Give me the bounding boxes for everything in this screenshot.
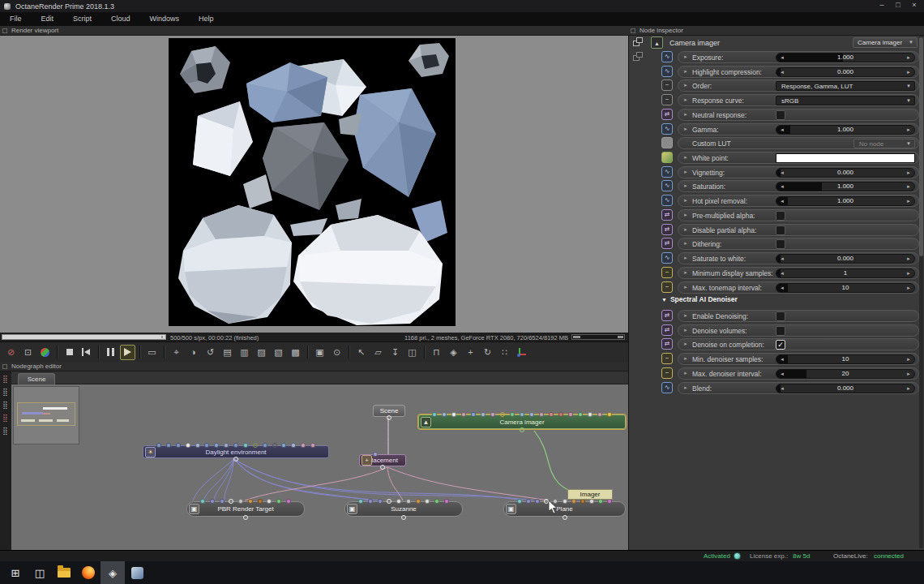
taskbar-firefox[interactable]	[76, 561, 101, 584]
taskbar-octane-app[interactable]	[125, 561, 149, 584]
input-pin[interactable]	[373, 452, 378, 457]
expander-icon[interactable]: ►	[683, 198, 688, 203]
node-suzanne[interactable]: ▣Suzanne	[344, 501, 463, 517]
input-pin[interactable]	[220, 499, 225, 504]
input-pin[interactable]	[517, 499, 522, 504]
toolbar-pause-render-button[interactable]	[103, 345, 118, 360]
expander-icon[interactable]: ►	[683, 227, 688, 232]
slider-increment-icon[interactable]: ►	[906, 68, 911, 76]
toolbar-resolution-button[interactable]: ⊡	[20, 345, 36, 360]
input-pin[interactable]	[432, 412, 437, 417]
input-pin[interactable]	[200, 499, 205, 504]
param-dropdown[interactable]: sRGB▼	[776, 96, 915, 105]
toolbar-copy-image-button[interactable]: ▱	[370, 345, 386, 360]
node-daylight-environment[interactable]: ☀Daylight environment	[143, 445, 329, 458]
input-pin[interactable]	[425, 499, 430, 504]
expander-icon[interactable]: ►	[683, 341, 688, 346]
expander-icon[interactable]: ►	[683, 385, 688, 390]
param-slider[interactable]: ◄1.000►	[776, 196, 915, 206]
expander-icon[interactable]: ►	[683, 328, 688, 333]
input-pin[interactable]	[368, 499, 373, 504]
expander-icon[interactable]: ►	[683, 69, 688, 74]
toolbar-camera-gizmo-button[interactable]: ◈	[446, 345, 461, 360]
input-pin[interactable]	[490, 412, 495, 417]
input-pin[interactable]	[510, 412, 515, 417]
param-slider[interactable]: ◄0.000►	[776, 67, 915, 77]
param-checkbox[interactable]	[776, 326, 785, 336]
expander-icon[interactable]: ►	[683, 256, 688, 260]
input-pin[interactable]	[195, 443, 200, 448]
input-pin[interactable]	[272, 443, 277, 448]
toolbar-export-image-button[interactable]: ◫	[404, 345, 420, 360]
param-checkbox[interactable]: ✓	[776, 340, 785, 350]
input-pin[interactable]	[186, 443, 190, 448]
input-pin[interactable]	[451, 412, 456, 417]
param-checkbox[interactable]	[776, 110, 785, 120]
input-pin[interactable]	[444, 499, 449, 504]
close-button[interactable]: ×	[906, 0, 922, 12]
nodegraph-canvas[interactable]	[11, 384, 628, 550]
expander-icon[interactable]: ►	[683, 213, 688, 217]
param-checkbox[interactable]	[776, 239, 785, 249]
expander-icon[interactable]: ►	[683, 54, 688, 59]
input-pin[interactable]	[535, 499, 540, 504]
input-pin[interactable]	[461, 412, 466, 417]
taskbar-file-explorer[interactable]	[52, 561, 76, 584]
input-pin[interactable]	[387, 499, 391, 504]
menu-script[interactable]: Script	[63, 12, 101, 26]
param-slider[interactable]: ◄1.000►	[776, 182, 915, 191]
param-slider[interactable]: ◄0.000►	[776, 384, 915, 393]
input-pin[interactable]	[378, 499, 383, 504]
output-pin[interactable]	[243, 515, 248, 520]
toolbar-region-render-button[interactable]: ▣	[312, 345, 327, 360]
slider-increment-icon[interactable]: ►	[906, 126, 911, 134]
toolbar-axis-gizmo-button[interactable]	[514, 345, 529, 360]
input-pin[interactable]	[526, 499, 531, 504]
node-palette-button-2[interactable]: ⣿	[0, 386, 11, 397]
expander-icon[interactable]: ►	[683, 183, 688, 188]
toolbar-render-passes-button[interactable]: ▤	[220, 345, 235, 360]
param-slider[interactable]: ◄10►	[776, 354, 915, 364]
taskbar-task-view[interactable]: ◫	[28, 561, 52, 584]
white-point-swatch[interactable]	[776, 153, 915, 163]
input-pin[interactable]	[471, 412, 476, 417]
expander-icon[interactable]: ►	[683, 371, 688, 376]
slider-increment-icon[interactable]: ►	[906, 370, 911, 378]
input-pin[interactable]	[204, 443, 209, 448]
slider-increment-icon[interactable]: ►	[906, 355, 911, 363]
input-pin[interactable]	[248, 499, 253, 504]
input-pin[interactable]	[276, 499, 281, 504]
input-pin[interactable]	[563, 499, 567, 504]
toolbar-post-processing-button[interactable]: ▩	[288, 345, 303, 360]
toolbar-kernel-settings-button[interactable]: ▧	[271, 345, 286, 360]
toolbar-film-settings-button[interactable]: ▨	[254, 345, 269, 360]
input-pin[interactable]	[166, 443, 171, 448]
expander-icon[interactable]: ►	[683, 313, 688, 318]
expander-icon[interactable]: ►	[683, 270, 688, 275]
taskbar-unity[interactable]: ◈	[101, 561, 125, 584]
toolbar-lock-camera-button[interactable]: ⊓	[429, 345, 444, 360]
expander-icon[interactable]: ►	[683, 241, 688, 246]
slider-increment-icon[interactable]: ►	[906, 255, 911, 263]
menu-cloud[interactable]: Cloud	[101, 12, 140, 26]
inspector-scrollbar-thumb[interactable]	[919, 37, 923, 256]
input-pin[interactable]	[243, 443, 248, 448]
menu-edit[interactable]: Edit	[32, 12, 64, 26]
slider-increment-icon[interactable]: ►	[906, 54, 911, 62]
toolbar-restart-render-button[interactable]	[79, 345, 94, 360]
param-slider[interactable]: ◄0.000►	[776, 168, 915, 178]
toolbar-zoom-region-button[interactable]: ⊙	[329, 345, 344, 360]
input-pin[interactable]	[258, 499, 263, 504]
output-pin[interactable]	[387, 415, 391, 420]
toolbar-render-priority-button[interactable]: ⊘	[3, 345, 19, 360]
node-placement[interactable]: +Placement	[359, 454, 406, 466]
input-pin[interactable]	[210, 499, 215, 504]
toolbar-reload-scene-button[interactable]: ↺	[203, 345, 218, 360]
input-pin[interactable]	[406, 499, 411, 504]
expander-icon[interactable]: ►	[683, 155, 688, 160]
expander-icon[interactable]: ►	[683, 356, 688, 361]
node-palette-button-4[interactable]: ⣿	[0, 412, 11, 423]
taskbar-start[interactable]: ⊞	[3, 561, 28, 584]
node-scene[interactable]: Scene	[373, 405, 405, 417]
node-pbr-render-target[interactable]: ▣PBR Render Target	[186, 501, 305, 517]
